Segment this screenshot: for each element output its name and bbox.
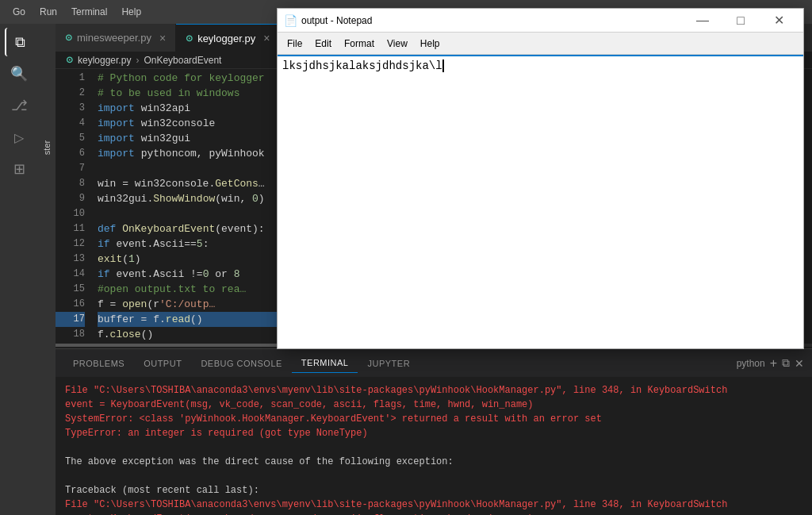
breadcrumb-sep1: › — [136, 55, 139, 66]
terminal-line-5 — [65, 440, 802, 455]
notepad-window-controls: — □ ✕ — [684, 9, 797, 33]
tab-keylogger[interactable]: ⊙ keylogger.py × — [176, 24, 280, 52]
notepad-window: 📄 output - Notepad — □ ✕ File Edit Forma… — [277, 8, 804, 349]
panel-tabs: PROBLEMS OUTPUT DEBUG CONSOLE TERMINAL J… — [56, 349, 812, 377]
notepad-menu-edit[interactable]: Edit — [308, 37, 338, 51]
tab-icon-py2: ⊙ — [186, 33, 193, 44]
sidebar-icon-search[interactable]: 🔍 — [5, 60, 33, 88]
panel-tab-terminal[interactable]: TERMINAL — [292, 353, 358, 373]
tab-minesweeper[interactable]: ⊙ minesweeper.py × — [56, 24, 176, 52]
activity-bar: ⧉ 🔍 ⎇ ▷ ⊞ — [0, 24, 38, 515]
sidebar-icon-debug[interactable]: ▷ — [5, 123, 33, 152]
terminal-line-1: File "C:\Users\TOSHIBA\anaconda3\envs\my… — [65, 383, 802, 398]
terminal-label: python — [737, 358, 765, 369]
line-numbers: 12345 678910 1112131415 1617 1819 — [56, 69, 91, 342]
breadcrumb-icon: ⊙ — [66, 55, 73, 65]
editor-scrollbar[interactable] — [804, 69, 812, 342]
menu-terminal[interactable]: Terminal — [67, 5, 112, 19]
sidebar-text: ster — [42, 140, 52, 155]
notepad-minimize-button[interactable]: — — [684, 9, 721, 33]
terminal-content[interactable]: File "C:\Users\TOSHIBA\anaconda3\envs\my… — [56, 377, 812, 515]
panel-actions: python + ⧉ ✕ — [737, 356, 804, 371]
terminal-line-10: event = KeyboardEvent(msg, vk_code, scan… — [65, 512, 802, 515]
terminal-panel: PROBLEMS OUTPUT DEBUG CONSOLE TERMINAL J… — [56, 348, 812, 515]
tab-close-2[interactable]: × — [263, 32, 270, 44]
notepad-icon: 📄 — [284, 14, 297, 27]
notepad-maximize-button[interactable]: □ — [722, 9, 759, 33]
notepad-close-button[interactable]: ✕ — [760, 9, 797, 33]
terminal-line-2: event = KeyboardEvent(msg, vk_code, scan… — [65, 398, 802, 412]
terminal-line-7 — [65, 469, 802, 483]
panel-close-icon[interactable]: ✕ — [795, 357, 804, 370]
tab-close-1[interactable]: × — [159, 32, 166, 44]
terminal-line-8: Traceback (most recent call last): — [65, 483, 802, 498]
notepad-title: output - Notepad — [301, 15, 684, 26]
menu-help[interactable]: Help — [117, 5, 146, 19]
tab-label-keylogger: keylogger.py — [197, 33, 255, 44]
panel-split-icon[interactable]: ⧉ — [782, 356, 790, 370]
breadcrumb-file[interactable]: keylogger.py — [78, 55, 131, 66]
tab-label-minesweeper: minesweeper.py — [77, 32, 151, 44]
breadcrumb-function[interactable]: OnKeyboardEvent — [144, 55, 221, 66]
notepad-menu-help[interactable]: Help — [414, 37, 446, 51]
notepad-menu-format[interactable]: Format — [338, 37, 381, 51]
notepad-menu-view[interactable]: View — [381, 37, 414, 51]
panel-tab-jupyter[interactable]: JUPYTER — [358, 354, 419, 373]
vscode-menus: Go Run Terminal Help — [8, 5, 146, 19]
sidebar-icon-git[interactable]: ⎇ — [5, 91, 33, 120]
sidebar-icon-extensions[interactable]: ⊞ — [5, 155, 33, 183]
menu-run[interactable]: Run — [35, 5, 62, 19]
panel-tab-output[interactable]: OUTPUT — [134, 354, 191, 373]
panel-tab-problems[interactable]: PROBLEMS — [63, 354, 134, 373]
panel-tab-debug[interactable]: DEBUG CONSOLE — [191, 354, 291, 373]
notepad-text: lksjdhsjkalaksjdhdsjka\l — [282, 60, 442, 72]
terminal-line-3: SystemError: <class 'pyWinhook.HookManag… — [65, 412, 802, 426]
menu-go[interactable]: Go — [8, 5, 30, 19]
terminal-line-4: TypeError: an integer is required (got t… — [65, 426, 802, 440]
notepad-titlebar: 📄 output - Notepad — □ ✕ — [278, 9, 803, 33]
terminal-line-6: The above exception was the direct cause… — [65, 455, 802, 469]
tab-icon-py1: ⊙ — [65, 33, 72, 43]
left-panel: ster — [38, 24, 56, 515]
terminal-line-9: File "C:\Users\TOSHIBA\anaconda3\envs\my… — [65, 498, 802, 512]
panel-add-icon[interactable]: + — [770, 356, 777, 371]
notepad-cursor — [442, 60, 444, 72]
notepad-menu-file[interactable]: File — [281, 37, 308, 51]
sidebar-icon-explorer[interactable]: ⧉ — [5, 28, 33, 56]
notepad-menubar: File Edit Format View Help — [278, 33, 803, 55]
notepad-text-area[interactable]: lksjdhsjkalaksjdhdsjka\l — [278, 55, 803, 348]
